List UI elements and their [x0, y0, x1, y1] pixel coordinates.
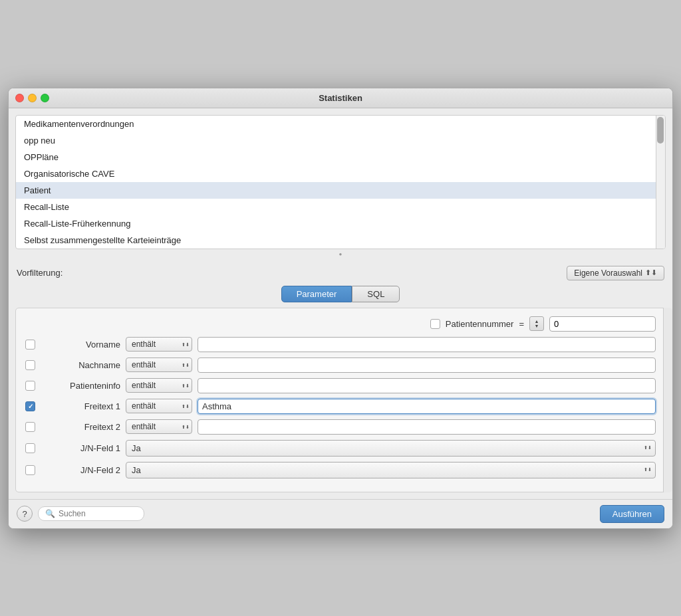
checkbox-patientennummer[interactable]	[430, 319, 440, 329]
nachname-row: Nachname enthält	[25, 358, 656, 373]
maximize-button[interactable]	[41, 94, 49, 102]
freitext1-row: Freitext 1 enthält Asthma	[25, 399, 656, 414]
spinner-down-icon: ▼	[535, 324, 539, 328]
jn1-select-wrapper: Ja Nein	[126, 440, 656, 457]
freitext2-input[interactable]	[198, 419, 656, 435]
vorname-row: Vorname enthält	[25, 337, 656, 352]
main-window: Statistiken Medikamentenverordnungen opp…	[8, 88, 673, 529]
patientennummer-eq: =	[519, 319, 524, 329]
list-item[interactable]: Medikamentenverordnungen	[16, 116, 665, 132]
bottom-left: ? 🔍	[17, 506, 144, 522]
patienteninfo-label: Patienteninfo	[41, 381, 120, 391]
jn1-select[interactable]: Ja Nein	[126, 440, 656, 457]
traffic-lights	[15, 94, 49, 102]
tabs-row: Parameter SQL	[15, 286, 666, 302]
vorname-label: Vorname	[41, 340, 120, 350]
jn1-label: J/N-Feld 1	[41, 443, 120, 453]
list-item[interactable]: Recall-Liste-Früherkennung	[16, 215, 665, 232]
patientennummer-spinner[interactable]: ▲ ▼	[529, 316, 544, 331]
list-item[interactable]: Selbst zusammengestellte Karteieinträge	[16, 232, 665, 249]
checkbox-nachname[interactable]	[25, 360, 35, 370]
nachname-select-wrapper: enthält	[126, 358, 192, 372]
params-panel: Patientennummer = ▲ ▼ 0 Vorname enthält	[15, 308, 666, 492]
params-outer: Patientennummer = ▲ ▼ 0 Vorname enthält	[9, 308, 672, 492]
list-item-patient[interactable]: Patient	[16, 182, 665, 199]
checkbox-jn1[interactable]	[25, 443, 35, 453]
statistics-list: Medikamentenverordnungen opp neu OPPläne…	[15, 115, 666, 249]
freitext1-input[interactable]: Asthma	[198, 399, 656, 414]
checkbox-patienteninfo[interactable]	[25, 381, 35, 391]
tab-sql[interactable]: SQL	[352, 286, 400, 302]
titlebar: Statistiken	[9, 88, 672, 108]
checkbox-vorname[interactable]	[25, 340, 35, 350]
vorname-input[interactable]	[198, 337, 656, 352]
patienteninfo-input[interactable]	[198, 378, 656, 393]
params-scrollbar[interactable]	[663, 308, 672, 492]
scroll-indicator: ●	[9, 249, 672, 259]
checkbox-jn2[interactable]	[25, 465, 35, 475]
patienteninfo-select[interactable]: enthält	[126, 378, 192, 393]
nachname-select[interactable]: enthält	[126, 358, 192, 372]
patienteninfo-row: Patienteninfo enthält	[25, 378, 656, 393]
window-body: Medikamentenverordnungen opp neu OPPläne…	[9, 115, 672, 528]
tab-parameter[interactable]: Parameter	[281, 286, 352, 302]
list-scroll-area[interactable]: Medikamentenverordnungen opp neu OPPläne…	[16, 116, 665, 249]
vorfilterung-row: Vorfilterung: Eigene Vorauswahl ⬆⬇	[9, 259, 672, 286]
vorname-select[interactable]: enthält	[126, 337, 192, 352]
freitext1-select[interactable]: enthält	[126, 399, 192, 413]
freitext2-select[interactable]: enthält	[126, 419, 192, 434]
jn2-select-wrapper: Ja Nein	[126, 462, 656, 478]
search-input[interactable]	[59, 509, 137, 518]
jn2-select[interactable]: Ja Nein	[126, 462, 656, 478]
checkbox-freitext2[interactable]	[25, 422, 35, 432]
list-item[interactable]: Organisatorische CAVE	[16, 165, 665, 182]
bottom-bar: ? 🔍 Ausführen	[9, 499, 672, 528]
minimize-button[interactable]	[28, 94, 37, 102]
vorname-select-wrapper: enthält	[126, 337, 192, 352]
nachname-input[interactable]	[198, 358, 656, 373]
close-button[interactable]	[15, 94, 24, 102]
patienteninfo-select-wrapper: enthält	[126, 378, 192, 393]
list-item[interactable]: Recall-Liste	[16, 199, 665, 215]
freitext2-row: Freitext 2 enthält	[25, 419, 656, 435]
freitext1-label: Freitext 1	[41, 401, 120, 411]
search-icon: 🔍	[45, 509, 55, 518]
list-scrollbar[interactable]	[656, 116, 665, 249]
vorfilterung-label: Vorfilterung:	[17, 268, 63, 278]
patientennummer-input[interactable]: 0	[549, 316, 656, 332]
jn2-label: J/N-Feld 2	[41, 465, 120, 475]
eigene-vorauswahl-button[interactable]: Eigene Vorauswahl ⬆⬇	[567, 266, 664, 280]
eigene-vorauswahl-label: Eigene Vorauswahl	[574, 268, 642, 278]
freitext1-select-wrapper: enthält	[126, 399, 192, 413]
window-title: Statistiken	[319, 93, 362, 103]
dropdown-arrow-icon: ⬆⬇	[645, 268, 657, 277]
search-wrapper: 🔍	[38, 506, 144, 521]
checkbox-freitext1[interactable]	[25, 401, 35, 411]
list-item[interactable]: opp neu	[16, 132, 665, 149]
scroll-thumb	[657, 117, 664, 144]
patientennummer-label: Patientennummer	[446, 319, 514, 329]
jn1-row: J/N-Feld 1 Ja Nein	[25, 440, 656, 457]
patientennummer-row: Patientennummer = ▲ ▼ 0	[25, 316, 656, 332]
spinner-up-icon: ▲	[535, 319, 539, 324]
freitext2-select-wrapper: enthält	[126, 419, 192, 434]
nachname-label: Nachname	[41, 360, 120, 370]
list-item[interactable]: OPPläne	[16, 149, 665, 165]
ausfuhren-button[interactable]: Ausführen	[600, 505, 664, 523]
freitext2-label: Freitext 2	[41, 422, 120, 432]
help-button[interactable]: ?	[17, 506, 33, 522]
jn2-row: J/N-Feld 2 Ja Nein	[25, 462, 656, 478]
